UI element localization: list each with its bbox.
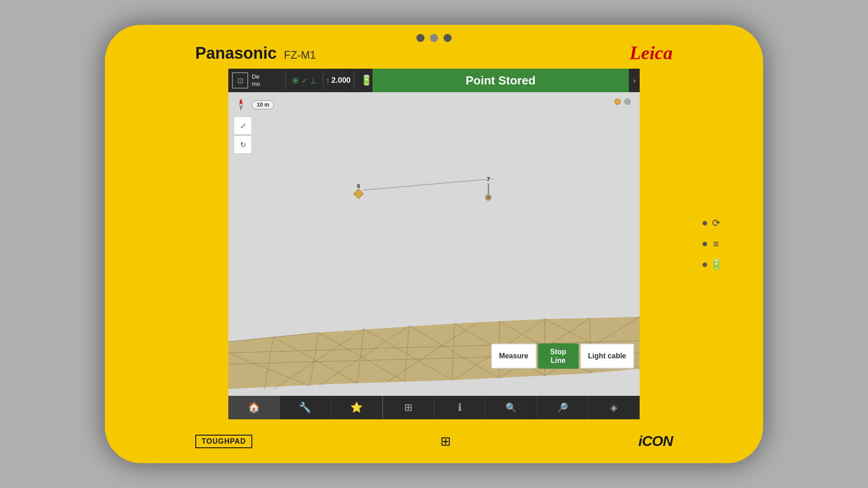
map-area: N 10 m ⤢ ↻ [228, 92, 640, 396]
model-label: FZ-M1 [284, 49, 316, 61]
point-7-circle [485, 194, 491, 201]
stack-icon: ≡ [710, 238, 722, 250]
page-dots [614, 99, 631, 105]
battery-icon: 🔋 [710, 258, 722, 271]
north-indicator: N 10 m [234, 98, 274, 112]
zoom-in-icon: 🔎 [557, 402, 568, 413]
tablet-brand-left: Panasonic FZ-M1 [195, 44, 316, 63]
info-icon: ℹ [458, 402, 462, 413]
height-section: ↕ 2.000 [326, 76, 351, 85]
page-dot-1 [614, 99, 621, 105]
layers-button[interactable]: ◈ [588, 396, 640, 419]
stop-line-text-2: Line [551, 356, 566, 365]
height-icon: ↕ [326, 76, 330, 84]
battery-toolbar-icon: 🔋 [360, 75, 373, 86]
height-value: 2.000 [331, 76, 351, 85]
leica-brand: Leica [629, 42, 673, 64]
panasonic-brand: Panasonic [195, 44, 277, 63]
status-text: Point Stored [466, 74, 536, 88]
tablet-bottom-branding: TOUGHPAD ⊞ iCON [105, 433, 763, 450]
favorites-button[interactable]: ⭐ [331, 396, 382, 419]
wifi-icon: ⟳ [710, 217, 722, 230]
indicator-row-3: 🔋 [703, 258, 722, 271]
checkmark-icon: ✓ [302, 76, 307, 85]
separator-2 [323, 71, 323, 89]
chevron-right-icon: › [633, 77, 636, 84]
chevron-button[interactable]: › [629, 69, 640, 92]
separator-3 [354, 71, 354, 89]
camera-dot [430, 34, 438, 42]
indicator-row-2: ≡ [703, 238, 722, 250]
star-icon: ⭐ [350, 402, 363, 413]
leica-logo: Leica [629, 42, 673, 63]
indicator-dot-3 [703, 263, 707, 267]
stop-line-button[interactable]: Stop Line [538, 343, 579, 369]
tablet-top-sensors [416, 34, 452, 42]
stop-line-text-1: Stop [550, 347, 566, 356]
home-icon: 🏠 [248, 402, 260, 413]
separator-1 [285, 71, 286, 89]
layers-icon: ◈ [610, 402, 617, 413]
scale-bar: 10 m [252, 100, 274, 109]
gps-icon: ⊕ [292, 75, 299, 85]
expand-button[interactable]: ⤢ [234, 117, 252, 135]
bottom-toolbar: 🏠 🔧 ⭐ ⊞ ℹ 🔍 🔎 ◈ [228, 396, 640, 419]
action-buttons: Measure Stop Line Light cable [491, 343, 634, 369]
screen: ⊡ De mo ⊕ ✓ ⊥ ↕ 2.000 🔋 Point [228, 69, 640, 419]
point-7-label: 7 [486, 176, 490, 183]
grid-icon: ⊞ [404, 402, 412, 413]
right-indicators: ⟳ ≡ 🔋 [703, 217, 722, 271]
zoom-out-button[interactable]: 🔍 [486, 396, 537, 419]
indicator-dot-2 [703, 242, 707, 246]
demo-label: De mo [252, 73, 260, 87]
tablet-device: Panasonic FZ-M1 Leica ⟳ ≡ 🔋 ⊡ [105, 25, 763, 463]
zoom-out-icon: 🔍 [505, 402, 517, 413]
toolbar: ⊡ De mo ⊕ ✓ ⊥ ↕ 2.000 🔋 Point [228, 69, 640, 92]
icon-brand: iCON [638, 433, 673, 450]
tools-button[interactable]: 🔧 [280, 396, 331, 419]
antenna-icon: ⊥ [310, 76, 316, 85]
measure-button[interactable]: Measure [491, 343, 537, 369]
indicator-dot-1 [703, 221, 707, 225]
sensor-dot-2 [443, 34, 452, 42]
toughpad-label: TOUGHPAD [195, 435, 252, 448]
point-7-pin [488, 183, 489, 194]
north-arrow-svg: N [234, 98, 248, 112]
light-cable-button[interactable]: Light cable [580, 343, 634, 369]
home-button[interactable]: 🏠 [228, 396, 280, 419]
gps-section: ⊕ ✓ ⊥ [288, 75, 320, 85]
survey-point-7: 7 [485, 176, 491, 201]
terrain-mesh-svg [228, 269, 640, 396]
zoom-in-button[interactable]: 🔎 [537, 396, 589, 419]
windows-logo: ⊞ [440, 434, 451, 449]
tools-icon: 🔧 [299, 402, 311, 413]
info-button[interactable]: ℹ [434, 396, 486, 419]
toolbar-left: ⊡ De mo [228, 72, 283, 89]
project-icon-box: ⊡ [232, 72, 248, 89]
rotate-button[interactable]: ↻ [234, 136, 252, 154]
grid-button[interactable]: ⊞ [383, 396, 434, 419]
project-icon: ⊡ [237, 76, 243, 85]
sensor-dot-1 [416, 34, 425, 42]
page-dot-2 [624, 99, 631, 105]
survey-point-6: 6 [355, 183, 362, 197]
status-bar[interactable]: Point Stored [373, 69, 629, 92]
svg-text:N: N [240, 99, 242, 103]
survey-line-6-7 [362, 178, 493, 191]
svg-marker-1 [239, 105, 243, 111]
indicator-row-1: ⟳ [703, 217, 722, 230]
